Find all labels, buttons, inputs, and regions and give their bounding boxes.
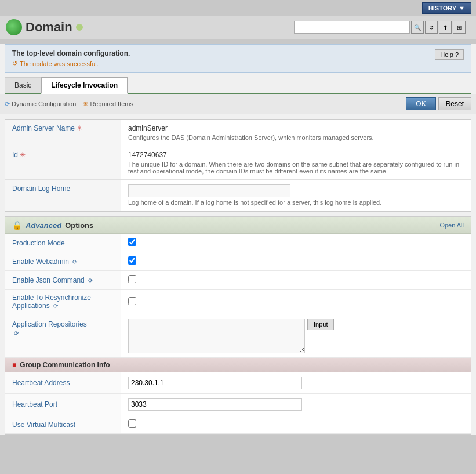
domain-title: Domain (26, 20, 72, 35)
open-all-link[interactable]: Open All (439, 222, 464, 229)
admin-server-name-row: Admin Server Name ✳ adminServer Configur… (5, 120, 471, 146)
success-message: The update was successful. (20, 60, 99, 67)
tab-basic[interactable]: Basic (5, 77, 41, 93)
history-label: HISTORY (428, 5, 456, 12)
use-virtual-multicast-row: Use Virtual Multicast (5, 415, 471, 434)
admin-server-name-value: adminServer (128, 124, 464, 132)
domain-dot (76, 24, 83, 31)
domain-log-home-desc: Log home of a domain. If a log home is n… (128, 199, 464, 206)
history-arrow-icon: ▼ (459, 5, 465, 12)
ok-button[interactable]: OK (406, 97, 435, 110)
tab-bar: Basic Lifecycle Invocation (5, 77, 471, 94)
enable-webadmin-label: Enable Webadmin (12, 258, 69, 266)
production-mode-label: Production Mode (12, 239, 65, 247)
app-repositories-label: Application Repositories (12, 320, 87, 328)
production-mode-checkbox[interactable] (128, 238, 136, 246)
enable-json-command-label: Enable Json Command (12, 276, 85, 284)
app-repositories-textarea[interactable] (128, 319, 305, 353)
admin-server-name-required: ✳ (77, 124, 82, 132)
heartbeat-port-row: Heartbeat Port (5, 394, 471, 415)
search-button[interactable]: 🔍 (411, 21, 424, 34)
search-input[interactable] (294, 21, 410, 34)
domain-log-home-label: Domain Log Home (12, 184, 70, 193)
advanced-options-header: 🔒 Advanced Options Open All (5, 217, 471, 234)
refresh-button[interactable]: ↺ (425, 21, 438, 34)
refresh-small-icon: ↺ (12, 60, 17, 67)
export-button-2[interactable]: ⊞ (453, 21, 466, 34)
reset-button[interactable]: Reset (438, 97, 471, 110)
help-button[interactable]: Help ? (435, 49, 464, 60)
use-virtual-multicast-checkbox[interactable] (128, 419, 136, 428)
enable-webadmin-checkbox[interactable] (128, 256, 136, 265)
id-row: Id ✳ 1472740637 The unique ID for a doma… (5, 146, 471, 180)
history-button[interactable]: HISTORY ▼ (422, 2, 471, 14)
advanced-options-section: 🔒 Advanced Options Open All Production M… (5, 216, 471, 435)
enable-json-command-row: Enable Json Command ⟳ (5, 271, 471, 290)
advanced-options-icon: 🔒 (12, 220, 22, 230)
heartbeat-address-label: Heartbeat Address (12, 379, 70, 387)
info-banner: The top-level domain configuration. Help… (5, 44, 471, 73)
enable-resync-checkbox[interactable] (128, 297, 136, 305)
domain-logo (6, 19, 22, 35)
id-required: ✳ (20, 151, 26, 159)
enable-resync-row: Enable To Resynchronize Applications ⟳ (5, 290, 471, 314)
id-value: 1472740637 (128, 151, 464, 159)
dynamic-config-indicator: ⟳ Dynamic Configuration (5, 100, 76, 108)
heartbeat-address-row: Heartbeat Address (5, 372, 471, 394)
domain-log-home-input[interactable] (128, 184, 290, 197)
app-repositories-input-button[interactable]: Input (307, 319, 334, 330)
admin-server-name-desc: Configures the DAS (Domain Administratio… (128, 134, 464, 141)
required-items-indicator: ✳ Required Items (83, 100, 133, 108)
tab-lifecycle-invocation[interactable]: Lifecycle Invocation (41, 77, 128, 94)
enable-webadmin-icon: ⟳ (72, 259, 77, 265)
app-repositories-icon: ⟳ (14, 330, 114, 336)
group-comm-header: ■ Group Communication Info (5, 358, 471, 372)
dyn-config-icon: ⟳ (5, 100, 10, 107)
use-virtual-multicast-label: Use Virtual Multicast (12, 421, 75, 429)
heartbeat-port-label: Heartbeat Port (12, 400, 57, 408)
heartbeat-port-input[interactable] (128, 398, 302, 411)
enable-resync-icon: ⟳ (53, 303, 58, 309)
group-comm-title: Group Communication Info (20, 361, 110, 369)
id-desc: The unique ID for a domain. When there a… (128, 161, 464, 175)
form-toolbar: ⟳ Dynamic Configuration ✳ Required Items… (0, 94, 476, 114)
domain-log-home-row: Domain Log Home Log home of a domain. If… (5, 180, 471, 211)
enable-json-command-icon: ⟳ (88, 277, 93, 284)
enable-webadmin-row: Enable Webadmin ⟳ (5, 252, 471, 271)
main-form: Admin Server Name ✳ adminServer Configur… (5, 119, 471, 212)
id-label: Id (12, 151, 18, 159)
group-comm-icon: ■ (12, 361, 16, 369)
production-mode-row: Production Mode (5, 234, 471, 252)
heartbeat-address-input[interactable] (128, 377, 302, 389)
info-banner-title: The top-level domain configuration. (12, 49, 130, 57)
enable-resync-label: Enable To Resynchronize Applications (12, 294, 91, 310)
app-repositories-row: Application Repositories ⟳ Input (5, 314, 471, 358)
export-button-1[interactable]: ⬆ (439, 21, 452, 34)
advanced-title-label: Options (65, 221, 93, 230)
help-icon: ? (455, 51, 459, 58)
enable-json-command-checkbox[interactable] (128, 275, 136, 283)
advanced-italic-label: Advanced (26, 221, 61, 230)
admin-server-name-label: Admin Server Name (12, 124, 75, 132)
required-icon: ✳ (83, 100, 88, 107)
